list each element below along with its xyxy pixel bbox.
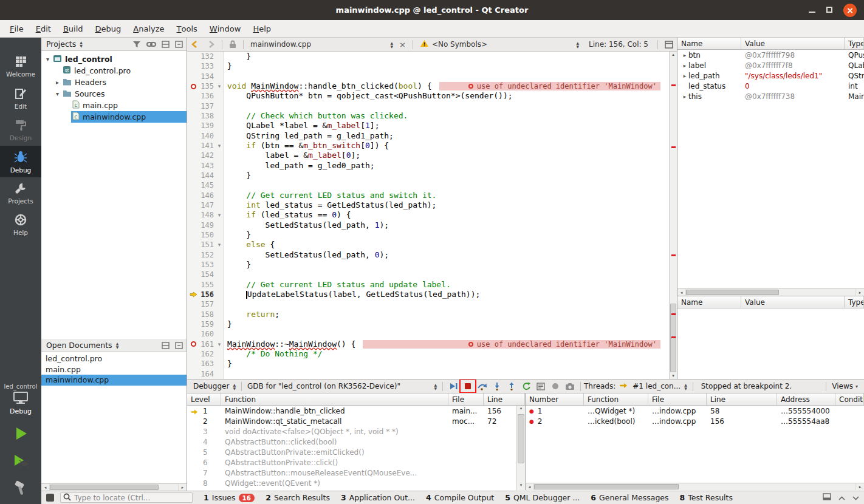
open-document-main-cpp[interactable]: main.cpp [41,364,187,375]
split-editor-button[interactable] [661,38,677,51]
panel-switch-combo-icon[interactable]: ▲▼ [80,41,83,47]
code-text[interactable]: } [224,61,232,71]
column-header-name[interactable]: Name [677,296,741,308]
open-document-led-control-pro[interactable]: led_control.pro [41,353,187,364]
breakpoint-margin[interactable] [187,260,199,270]
breakpoint-margin[interactable] [187,310,199,319]
breakpoint-margin[interactable] [187,220,199,230]
build-button[interactable] [11,480,30,497]
tree-item-sources[interactable]: ▾Sources [41,88,187,100]
panel-switch-combo-icon[interactable]: ▲▼ [116,342,119,349]
column-header-function[interactable]: Function [584,393,648,405]
split-panel-icon[interactable] [162,342,170,349]
progress-indicator[interactable] [46,494,54,502]
column-header-file[interactable]: File [448,393,484,405]
tree-item-led-control-pro[interactable]: qtled_control.pro [41,65,187,77]
go-back-button[interactable] [187,38,203,51]
code-text[interactable] [224,369,227,379]
thread-combo[interactable]: #1 led_con... ▲▼ [630,380,689,393]
code-text[interactable] [224,270,227,279]
breakpoint-margin[interactable] [187,52,199,61]
run-button[interactable] [11,425,30,442]
output-pane-button-issues[interactable]: 1Issues16 [204,493,255,502]
scroll-left-icon[interactable]: ◂ [677,290,685,295]
fold-marker-icon[interactable]: ▾ [216,339,224,349]
column-header-file[interactable]: File [648,393,707,405]
stop-debugger-button[interactable] [461,380,475,392]
link-with-editor-icon[interactable] [146,41,156,47]
code-text[interactable]: UpdateLabelStatus(label, GetLedStatus(le… [224,290,480,299]
code-text[interactable] [224,299,227,309]
column-header-condition[interactable]: Condition [835,393,864,405]
code-text[interactable]: } [224,359,232,369]
breakpoint-margin[interactable] [187,131,199,141]
locals-row-btn[interactable]: ▸btn@0x7ffffff798QPushButton * [677,50,864,60]
breakpoint-margin[interactable] [187,230,199,240]
breakpoint-margin[interactable] [187,270,199,279]
open-document-mainwindow-cpp[interactable]: mainwindow.cpp [41,375,187,386]
breakpoint-row-2[interactable]: ●2…icked(bool)…indow.cpp156…555554aa8 [526,416,864,426]
scroll-down-icon[interactable]: ▾ [670,373,677,378]
breakpoint-margin[interactable] [187,180,199,190]
expander-icon[interactable]: ▾ [44,56,52,63]
code-text[interactable]: int led_status = GetLedStatus(led_path); [224,200,436,210]
code-text[interactable]: QString led_path = g_led1_path; [224,131,394,141]
mode-projects[interactable]: Projects [0,177,41,209]
step-over-button[interactable] [475,380,490,392]
breakpoint-margin[interactable] [187,210,199,220]
file-lock-icon[interactable] [225,38,240,51]
breakpoint-margin[interactable] [187,290,199,299]
output-pane-button-compile-output[interactable]: 4Compile Output [426,493,494,502]
code-text[interactable]: // Check which button was clicked. [224,111,408,121]
stack-frame-7[interactable]: 7QAbstractButton::mouseReleaseEvent(QMou… [187,468,516,478]
menu-file[interactable]: File [4,20,30,37]
scroll-right-icon[interactable]: ▸ [856,485,864,489]
output-pane-button-test-results[interactable]: 8Test Results [680,493,733,502]
output-pane-button-qml-debugger[interactable]: 5QML Debugger ... [505,493,580,502]
mode-help[interactable]: Help [0,209,41,240]
show-source-button[interactable] [533,380,548,392]
scroll-down-icon[interactable]: ▾ [517,483,525,490]
stack-scrollbar[interactable]: ▴ ▾ [516,406,525,490]
tree-item-mainwindow-cpp[interactable]: Cmainwindow.cpp [41,111,187,123]
breakpoint-margin[interactable] [187,151,199,160]
fold-marker-icon[interactable]: ▾ [216,141,224,151]
code-text[interactable]: QLabel *label = &m_label[1]; [224,121,379,131]
expand-arrow-icon[interactable]: ▸ [681,73,688,79]
menu-tools[interactable]: Tools [171,20,204,37]
breakpoint-margin[interactable] [187,161,199,171]
code-text[interactable]: label = &m_label[0]; [224,151,360,160]
close-panel-icon[interactable] [175,342,183,349]
breakpoint-margin[interactable] [187,121,199,131]
scroll-up-icon[interactable]: ▴ [517,406,525,413]
breakpoint-margin[interactable] [187,369,199,379]
breakpoint-margin[interactable] [187,81,199,91]
column-header-function[interactable]: Function [221,393,448,405]
code-editor[interactable]: 132 }133}134135▾void MainWindow::handle_… [187,52,677,379]
expander-icon[interactable]: ▸ [53,79,61,86]
code-text[interactable]: else { [224,240,275,250]
output-pane-button-application-out[interactable]: 3Application Out... [341,493,415,502]
expand-arrow-icon[interactable]: ▸ [681,63,688,69]
debugger-engine-combo[interactable]: GDB for "led_control (on RK3562-Device)"… [245,380,439,393]
code-text[interactable]: } [224,171,251,180]
scroll-right-icon[interactable]: ▸ [856,290,864,295]
expander-icon[interactable]: ▾ [53,90,61,97]
column-header-line[interactable]: Line [484,393,525,405]
breakpoint-margin[interactable] [187,72,199,81]
tree-item-led-control[interactable]: ▾led_control [41,53,187,65]
debug-run-button[interactable] [11,452,30,469]
breakpoint-margin[interactable] [187,61,199,71]
output-pane-button-general-messages[interactable]: 6General Messages [591,493,668,502]
debugger-perspective-combo[interactable]: Debugger ▲▼ [191,380,238,393]
breakpoint-margin[interactable] [187,91,199,101]
breakpoint-margin[interactable] [187,359,199,369]
scroll-left-icon[interactable]: ◂ [41,485,49,490]
code-text[interactable]: } [224,52,251,61]
symbols-combo[interactable]: <No Symbols> ▲▼ [416,38,583,51]
close-document-button[interactable]: × [396,38,410,51]
column-header-line[interactable]: Line [707,393,777,405]
stack-frame-3[interactable]: 3void doActivate<false>(QObject *, int, … [187,426,516,437]
code-text[interactable]: SetLedStatus(led_path, 0); [224,250,389,260]
code-text[interactable] [224,180,227,190]
